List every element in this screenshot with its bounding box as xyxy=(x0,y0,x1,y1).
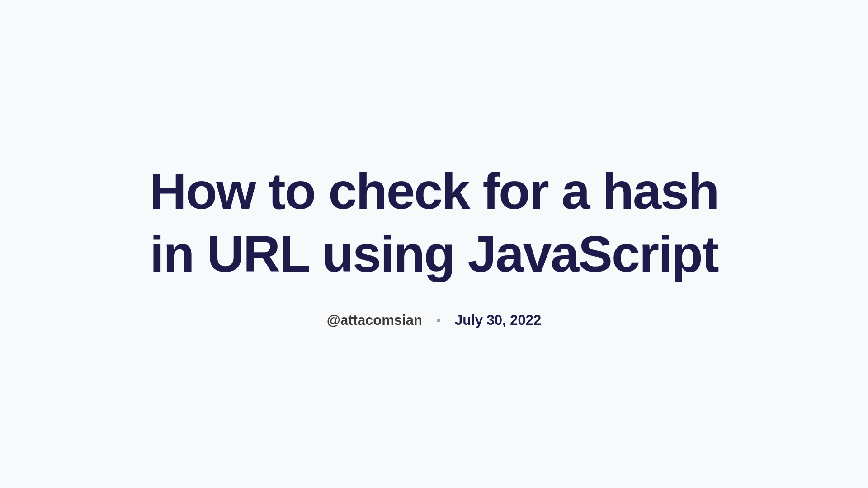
article-meta: @attacomsian July 30, 2022 xyxy=(136,312,732,328)
publish-date: July 30, 2022 xyxy=(455,312,541,328)
article-card: How to check for a hash in URL using Jav… xyxy=(118,160,750,328)
article-title: How to check for a hash in URL using Jav… xyxy=(136,160,732,285)
author-handle: @attacomsian xyxy=(327,312,422,328)
dot-separator-icon xyxy=(437,319,440,322)
